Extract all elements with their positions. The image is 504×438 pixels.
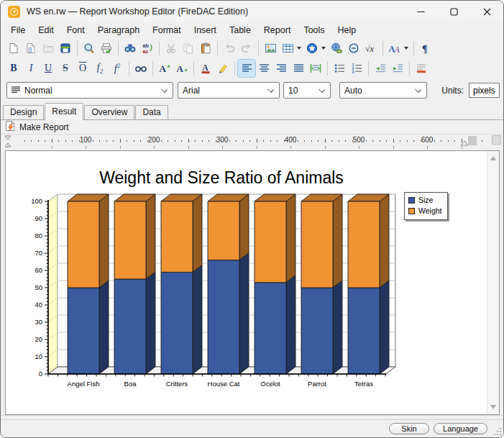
- italic-button[interactable]: I: [22, 60, 40, 77]
- ruler-tick: [140, 140, 141, 142]
- menu-font[interactable]: Font: [60, 24, 91, 37]
- replace-button[interactable]: abac: [139, 40, 156, 57]
- menu-report[interactable]: Report: [257, 24, 298, 37]
- font-name-combo[interactable]: Arial: [178, 82, 280, 99]
- new-from-template-button[interactable]: {}: [22, 40, 40, 57]
- grow-font-button[interactable]: A: [156, 60, 173, 77]
- ruler-tick: [318, 140, 319, 142]
- save-button[interactable]: [57, 40, 74, 57]
- copy-button[interactable]: [180, 40, 197, 57]
- find-button[interactable]: [122, 40, 139, 57]
- tab-result[interactable]: Result: [45, 103, 83, 120]
- language-button[interactable]: Language: [434, 423, 487, 434]
- justify-button[interactable]: [290, 60, 307, 77]
- maximize-button[interactable]: [437, 1, 470, 22]
- ruler-tick: [99, 140, 100, 142]
- dropdown-arrow-icon[interactable]: [297, 47, 301, 50]
- font-size-combo[interactable]: 10: [283, 82, 331, 99]
- svg-text:10: 10: [35, 352, 42, 360]
- pilcrow-icon: ¶: [421, 42, 431, 54]
- print-button[interactable]: [98, 40, 115, 57]
- vertical-scrollbar[interactable]: [487, 151, 499, 414]
- decrease-indent-button[interactable]: [372, 60, 389, 77]
- tab-design[interactable]: Design: [3, 105, 44, 119]
- tab-data[interactable]: Data: [135, 105, 168, 119]
- toolbar-separator: [409, 61, 410, 76]
- font-color-button[interactable]: A: [197, 60, 214, 77]
- reading-view-button[interactable]: [132, 60, 150, 77]
- highlight-button[interactable]: [214, 60, 232, 77]
- numbered-list-button[interactable]: 123: [348, 60, 365, 77]
- insert-image-button[interactable]: [262, 40, 279, 57]
- resize-grip[interactable]: [493, 427, 501, 435]
- superscript-button[interactable]: f2: [109, 60, 126, 77]
- menu-insert[interactable]: Insert: [188, 24, 223, 37]
- svg-text:Critters: Critters: [166, 380, 188, 388]
- strikethrough-button[interactable]: S: [57, 60, 74, 77]
- units-field[interactable]: pixels: [469, 83, 500, 98]
- doc-icon: [8, 42, 19, 54]
- show-paragraph-marks-button[interactable]: ¶: [417, 40, 434, 57]
- menu-paragraph[interactable]: Paragraph: [91, 24, 146, 37]
- ruler-tick: [147, 140, 148, 142]
- bold-button[interactable]: B: [5, 60, 22, 77]
- bullet-list-button[interactable]: [331, 60, 348, 77]
- ruler-tick: [202, 140, 203, 142]
- ruler-tick: [393, 139, 394, 142]
- ruler-tick: [372, 140, 373, 142]
- subscript-button[interactable]: f2: [91, 60, 109, 77]
- magnifier-icon: [83, 42, 95, 54]
- menu-file[interactable]: File: [4, 24, 32, 37]
- dropdown-arrow-icon[interactable]: [404, 47, 408, 50]
- menu-edit[interactable]: Edit: [32, 24, 60, 37]
- menu-table[interactable]: Table: [223, 24, 257, 37]
- insert-formula-button[interactable]: √x: [362, 40, 380, 57]
- ruler-tick: [161, 140, 162, 142]
- ruler-tick: [284, 140, 285, 142]
- indent-marker-left[interactable]: [2, 134, 24, 150]
- printer-icon: [101, 42, 112, 54]
- minimize-button[interactable]: [404, 1, 437, 22]
- ruler-tick: [366, 140, 367, 142]
- cut-button[interactable]: [162, 40, 180, 57]
- open-button[interactable]: [40, 40, 57, 57]
- paragraph-style-combo[interactable]: Normal: [6, 82, 173, 99]
- align-center-button[interactable]: [255, 60, 272, 77]
- print-preview-button[interactable]: [81, 40, 98, 57]
- sqrt-x-icon: √x: [365, 42, 377, 54]
- insert-break-button[interactable]: [345, 40, 362, 57]
- menu-tools[interactable]: Tools: [297, 24, 331, 37]
- insert-table-button[interactable]: [279, 40, 296, 57]
- scroll-up-icon[interactable]: [490, 156, 496, 160]
- paste-button[interactable]: [197, 40, 214, 57]
- indent-marker-right[interactable]: [459, 134, 482, 150]
- menu-help[interactable]: Help: [331, 24, 363, 37]
- skin-button[interactable]: Skin: [389, 423, 429, 434]
- ruler-tick: [229, 140, 230, 142]
- shrink-font-button[interactable]: A: [173, 60, 191, 77]
- insert-symbol-button[interactable]: [303, 40, 321, 57]
- align-left-button[interactable]: [238, 60, 255, 77]
- table-icon: [282, 42, 294, 54]
- indent-icon: [392, 63, 404, 74]
- tab-overview[interactable]: Overview: [84, 105, 134, 119]
- hrule-icon: [416, 63, 427, 74]
- menu-format[interactable]: Format: [146, 24, 188, 37]
- ruler-tick: [331, 140, 332, 142]
- overline-button[interactable]: O: [74, 60, 91, 77]
- new-document-button[interactable]: [5, 40, 22, 57]
- increase-indent-button[interactable]: [389, 60, 406, 77]
- scroll-down-icon[interactable]: [490, 405, 496, 409]
- insert-hyperlink-button[interactable]: [328, 40, 345, 57]
- redo-button[interactable]: [238, 40, 255, 57]
- close-button[interactable]: [470, 1, 503, 22]
- line-spacing-button[interactable]: [307, 60, 324, 77]
- font-effects-button[interactable]: AA: [386, 40, 403, 57]
- underline-button[interactable]: U: [40, 60, 57, 77]
- align-right-button[interactable]: [272, 60, 290, 77]
- undo-button[interactable]: [221, 40, 238, 57]
- dropdown-arrow-icon[interactable]: [321, 47, 326, 50]
- zoom-combo[interactable]: Auto: [339, 82, 427, 99]
- horizontal-rule-button[interactable]: [413, 60, 430, 77]
- make-report-button[interactable]: Make Report: [4, 119, 73, 135]
